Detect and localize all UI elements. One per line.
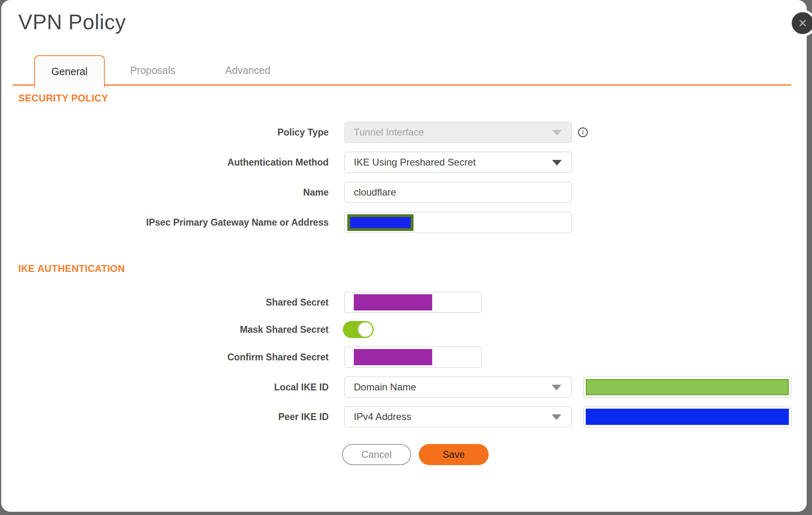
- peer-ike-id-redacted-value: [586, 409, 789, 425]
- authentication-method-select[interactable]: IKE Using Preshared Secret: [344, 152, 572, 173]
- close-button[interactable]: ✕: [792, 12, 812, 34]
- chevron-down-icon: [552, 414, 561, 420]
- local-ike-id-value: Domain Name: [354, 381, 416, 393]
- confirm-shared-secret-label: Confirm Shared Secret: [16, 347, 329, 368]
- chevron-down-icon: [552, 130, 562, 136]
- tab-proposals-label: Proposals: [130, 65, 175, 76]
- gateway-label: IPsec Primary Gateway Name or Address: [16, 212, 329, 233]
- local-ike-id-select[interactable]: Domain Name: [344, 377, 572, 398]
- tab-general[interactable]: General: [34, 55, 105, 87]
- shared-secret-label: Shared Secret: [16, 292, 329, 313]
- tab-general-label: General: [52, 66, 88, 78]
- page-backdrop: VPN Policy General Proposals Advanced SE…: [0, 0, 812, 515]
- section-security-policy: SECURITY POLICY: [18, 93, 108, 104]
- local-ike-id-value-input[interactable]: [583, 377, 791, 398]
- peer-ike-id-select[interactable]: IPv4 Address: [344, 406, 572, 427]
- confirm-shared-secret-input[interactable]: [344, 347, 482, 368]
- peer-ike-id-value-input[interactable]: [583, 406, 791, 427]
- cancel-button[interactable]: Cancel: [342, 444, 411, 465]
- policy-type-value: Tunnel Interface: [354, 127, 424, 138]
- local-ike-id-label: Local IKE ID: [16, 377, 329, 398]
- tab-advanced[interactable]: Advanced: [213, 55, 282, 85]
- gateway-redacted-value: [347, 214, 414, 231]
- authentication-method-value: IKE Using Preshared Secret: [354, 157, 476, 168]
- policy-type-select: Tunnel Interface: [344, 122, 572, 143]
- policy-type-label: Policy Type: [16, 122, 329, 143]
- chevron-down-icon: [552, 160, 562, 166]
- peer-ike-id-value: IPv4 Address: [354, 411, 411, 422]
- chevron-down-icon: [552, 385, 561, 390]
- shared-secret-input[interactable]: [344, 292, 482, 313]
- save-button[interactable]: Save: [419, 444, 489, 465]
- name-value: cloudflare: [354, 187, 396, 198]
- toggle-knob: [358, 322, 372, 337]
- tab-proposals[interactable]: Proposals: [118, 55, 187, 85]
- mask-shared-secret-label: Mask Shared Secret: [16, 321, 329, 338]
- peer-ike-id-label: Peer IKE ID: [16, 406, 329, 427]
- tab-advanced-label: Advanced: [225, 65, 270, 76]
- info-icon[interactable]: i: [578, 127, 588, 137]
- vpn-policy-dialog: VPN Policy General Proposals Advanced SE…: [1, 0, 807, 512]
- section-ike-authentication: IKE AUTHENTICATION: [18, 263, 125, 274]
- name-label: Name: [16, 182, 329, 203]
- confirm-shared-secret-redacted-value: [354, 349, 432, 365]
- shared-secret-redacted-value: [354, 294, 432, 310]
- local-ike-id-redacted-value: [586, 379, 789, 395]
- mask-shared-secret-toggle[interactable]: [343, 321, 374, 338]
- close-icon: ✕: [798, 17, 807, 30]
- name-input[interactable]: cloudflare: [344, 182, 572, 203]
- authentication-method-label: Authentication Method: [16, 152, 329, 173]
- page-title: VPN Policy: [18, 10, 126, 34]
